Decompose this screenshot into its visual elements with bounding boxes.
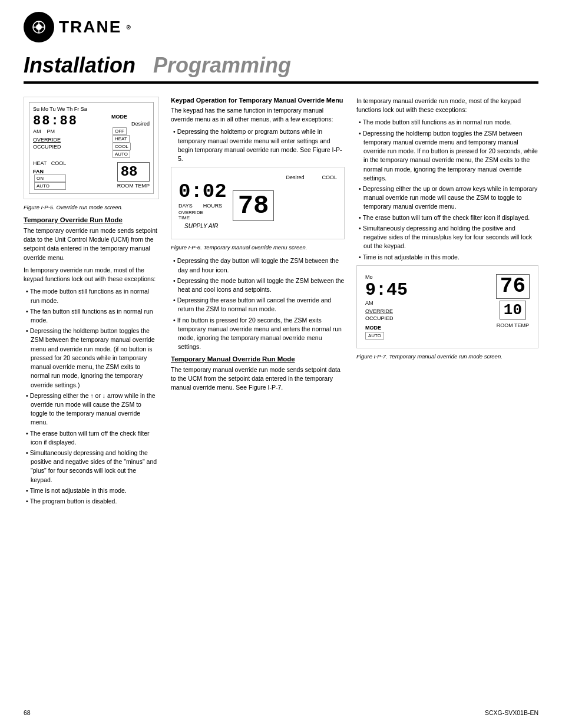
- title-bar: Installation Programming: [24, 53, 538, 78]
- title-installation: Installation: [24, 53, 135, 78]
- therm-desired: Desired: [111, 121, 150, 127]
- mode-am: AM: [365, 300, 490, 306]
- bullet-item: Depressing the erase button will cancel …: [171, 296, 345, 314]
- left-column: Su Mo Tu We Th Fr Sa 88:88 AM PM OVERRID…: [24, 97, 159, 509]
- bullet-item: Depressing the holdtemp or program butto…: [171, 127, 345, 163]
- bullet-item: Depressing the holdtemp button toggles t…: [24, 327, 159, 390]
- mode-mo: Mo: [365, 274, 490, 280]
- therm-mode-cool: COOL: [113, 143, 131, 150]
- therm-fan-label: FAN: [33, 169, 66, 174]
- bullet-item: Depressing either the ↑ or ↓ arrow while…: [24, 391, 159, 427]
- bullet-item: Depressing either the up or down arrow k…: [356, 185, 538, 212]
- thermostat-diagram-1: Su Mo Tu We Th Fr Sa 88:88 AM PM OVERRID…: [24, 97, 159, 199]
- bullet-item: Time is not adjustable in this mode.: [24, 486, 159, 495]
- bullet-item: Depressing the holdtemp button toggles t…: [356, 129, 538, 183]
- right-para1: In temporary manual override run mode, m…: [356, 97, 538, 114]
- mode-diagram: Mo 9:45 AM OVERRIDE OCCUPIED MODE AUTO 7…: [356, 265, 538, 348]
- mode-auto-box: AUTO: [365, 332, 384, 340]
- bullet-item: Simultaneously depressing and holding th…: [356, 224, 538, 251]
- section1-bullets: The mode button still functions as in no…: [24, 287, 159, 506]
- mode-mode-label: MODE: [365, 325, 490, 331]
- mode-right-section: 76 10 ROOM TEMP: [496, 274, 530, 328]
- keypad-heading: Keypad Operation for Temporary Manual Ov…: [171, 97, 345, 104]
- bullet-item: Simultaneously depressing and holding th…: [24, 449, 159, 485]
- mode-left-section: Mo 9:45 AM OVERRIDE OCCUPIED MODE AUTO: [365, 274, 490, 340]
- mode-room-temp: ROOM TEMP: [497, 322, 529, 328]
- mode-occupied: OCCUPIED: [365, 315, 490, 321]
- middle-column: Keypad Operation for Temporary Manual Ov…: [171, 97, 345, 509]
- therm-fan-on: ON: [34, 174, 66, 182]
- therm-mode-label: MODE: [111, 114, 127, 120]
- bullet-item: The erase button will turn off the check…: [356, 213, 538, 222]
- therm-display: 88:88: [33, 114, 78, 129]
- override-big-num: 78: [233, 190, 275, 221]
- logo-area: TRANE ®: [24, 12, 131, 42]
- therm-mode-off: OFF: [113, 127, 127, 135]
- bullet-item: Depressing the mode button will toggle t…: [171, 276, 345, 294]
- therm-fan-auto: AUTO: [34, 182, 66, 190]
- therm-mode-auto: AUTO: [113, 150, 130, 158]
- right-column: In temporary manual override run mode, m…: [356, 97, 538, 509]
- override-supply-air: SUPPLY AIR: [184, 223, 227, 229]
- rule-line: [24, 81, 538, 84]
- override-diagram: Desired COOL 0:02 DAYSHOURS OVERRIDETIME…: [171, 167, 345, 239]
- bullet-item: The fan button still functions as in nor…: [24, 307, 159, 325]
- therm-override: OVERRIDE: [33, 137, 78, 143]
- tmorm-title: Temporary Manual Override Run Mode: [171, 355, 345, 363]
- section1-para2: In temporary override run mode, most of …: [24, 266, 159, 284]
- override-time-label: OVERRIDETIME: [178, 210, 227, 220]
- therm-big-display: 88: [117, 162, 150, 182]
- header: TRANE ®: [24, 12, 538, 42]
- fig1-caption: Figure I-P-5. Override run mode screen.: [24, 204, 159, 210]
- bullet-item: The erase button will turn off the check…: [24, 429, 159, 447]
- mode-small-display: 10: [500, 301, 526, 319]
- bullet-item: Depressing the day button will toggle th…: [171, 256, 345, 274]
- mode-big-display: 76: [496, 274, 530, 299]
- section1-para1: The temporary override run mode sends se…: [24, 226, 159, 262]
- therm-mode-heat: HEAT: [113, 135, 130, 143]
- therm-top: 88:88 AM PM OVERRIDE OCCUPIED MODE Desir…: [33, 114, 150, 158]
- therm-ampm: AM PM: [33, 129, 78, 134]
- override-display-row: 0:02 DAYSHOURS OVERRIDETIME SUPPLY AIR 7…: [178, 182, 337, 229]
- brand-name: TRANE: [59, 18, 121, 37]
- right-bullets: The mode button still functions as in no…: [356, 118, 538, 261]
- title-programming: Programming: [153, 53, 291, 78]
- page-footer: 68 SCXG-SVX01B-EN: [24, 709, 538, 716]
- page: TRANE ® Installation Programming Su Mo T…: [0, 0, 562, 728]
- mode-button-area: MODE AUTO: [365, 325, 490, 340]
- content-area: Su Mo Tu We Th Fr Sa 88:88 AM PM OVERRID…: [24, 97, 538, 509]
- bullet-item: Time is not adjustable in this mode.: [356, 253, 538, 262]
- override-top: Desired COOL: [178, 174, 337, 180]
- fig2-caption: Figure I-P-6. Temporary manual override …: [171, 244, 345, 251]
- page-number: 68: [24, 709, 31, 716]
- doc-number: SCXG-SVX01B-EN: [485, 709, 538, 716]
- mode-time: 9:45: [365, 281, 490, 299]
- therm-days: Su Mo Tu We Th Fr Sa: [33, 106, 150, 112]
- override-day-hour: DAYSHOURS: [178, 203, 227, 209]
- keypad-bullets: Depressing the holdtemp or program butto…: [171, 127, 345, 163]
- bullet-item: If no button is pressed for 20 seconds, …: [171, 316, 345, 352]
- bullet-item: The mode button still functions as in no…: [24, 287, 159, 305]
- mode-override: OVERRIDE: [365, 308, 490, 314]
- keypad-bullets-2: Depressing the day button will toggle th…: [171, 256, 345, 351]
- tmorm-para: The temporary manual override run mode s…: [171, 365, 345, 393]
- bullet-item: The mode button still functions as in no…: [356, 118, 538, 127]
- section1-title: Temporary Override Run Mode: [24, 216, 159, 223]
- keypad-para1: The keypad has the same function in temp…: [171, 106, 345, 124]
- fig3-caption: Figure I-P-7. Temporary manual override …: [356, 353, 538, 360]
- bullet-item: The program button is disabled.: [24, 497, 159, 506]
- therm-heat-cool-labels: HEAT COOL: [33, 160, 66, 166]
- therm-room-temp: ROOM TEMP: [117, 183, 150, 189]
- trane-logo: [24, 12, 54, 42]
- therm-occupied: OCCUPIED: [33, 144, 78, 150]
- override-time-display: 0:02: [178, 182, 227, 202]
